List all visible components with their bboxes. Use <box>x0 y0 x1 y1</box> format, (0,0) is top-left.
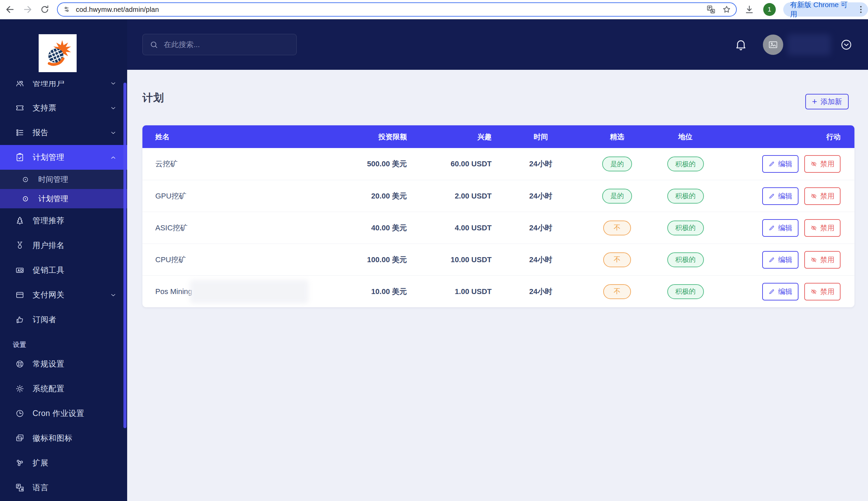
sidebar-item[interactable]: 语言 <box>0 475 127 500</box>
disable-button[interactable]: 禁用 <box>804 219 840 237</box>
sidebar-item[interactable]: 支付网关 <box>0 283 127 307</box>
pencil-icon <box>768 225 775 231</box>
sidebar-item[interactable]: 徽标和图标 <box>0 426 127 450</box>
edit-button[interactable]: 编辑 <box>762 251 798 269</box>
table-header-row: 姓名投资限额兴趣时间精选地位行动 <box>143 125 855 148</box>
sidebar-item[interactable]: 系统配置 <box>0 376 127 401</box>
app-header <box>127 19 868 70</box>
search-icon <box>149 40 158 49</box>
status-badge: 积极的 <box>667 284 704 299</box>
featured-badge: 是的 <box>602 189 632 204</box>
edit-button[interactable]: 编辑 <box>762 283 798 300</box>
time-cell: 24小时 <box>492 255 590 265</box>
featured-badge: 不 <box>603 252 631 267</box>
plans-table-card: 姓名投资限额兴趣时间精选地位行动 云挖矿500.00 美元60.00 USDT2… <box>143 125 855 307</box>
chevron-down-icon <box>109 291 117 299</box>
sidebar-scrollbar[interactable] <box>123 83 126 428</box>
users-icon <box>15 81 24 88</box>
investment-limit-cell: 100.00 美元 <box>359 255 407 265</box>
status-badge: 积极的 <box>667 252 704 267</box>
chevron-down-icon <box>109 104 117 112</box>
lifebuoy-icon <box>15 360 24 369</box>
notifications-bell-icon[interactable] <box>734 38 747 51</box>
sidebar-item-label: 支付网关 <box>33 290 109 300</box>
sidebar-item[interactable]: Cron 作业设置 <box>0 401 127 426</box>
pencil-icon <box>768 161 775 167</box>
sidebar-item-label: 管理用户 <box>33 81 109 88</box>
brand-logo[interactable] <box>39 34 77 72</box>
row-actions: 编辑禁用 <box>726 219 855 237</box>
page-title: 计划 <box>143 91 164 105</box>
sidebar-subitem[interactable]: 时间管理 <box>0 170 127 189</box>
investment-limit-cell: 20.00 美元 <box>359 191 407 201</box>
account-chevron-icon[interactable] <box>840 39 853 51</box>
ad-icon <box>15 266 24 275</box>
plus-icon: + <box>812 97 817 106</box>
sidebar-item[interactable]: 管理推荐 <box>0 208 127 233</box>
sidebar-item[interactable]: 计划管理 <box>0 145 127 170</box>
table-row: 云挖矿500.00 美元60.00 USDT24小时是的积极的编辑禁用 <box>143 148 855 180</box>
sidebar-item-label: 常规设置 <box>33 359 117 369</box>
sidebar-item-label: 管理推荐 <box>33 215 117 226</box>
dot-icon <box>21 175 30 184</box>
address-bar[interactable]: cod.hwymw.net/admin/plan <box>57 2 737 17</box>
edit-button[interactable]: 编辑 <box>762 187 798 205</box>
update-pill-label: 有新版 Chrome 可用 <box>790 0 853 19</box>
chrome-update-pill[interactable]: 有新版 Chrome 可用 <box>783 2 868 17</box>
kebab-menu-icon[interactable] <box>856 4 866 15</box>
disable-button[interactable]: 禁用 <box>804 187 840 205</box>
chevron-down-icon <box>109 129 117 137</box>
plan-name-cell: ASIC挖矿 <box>143 223 359 233</box>
browser-toolbar: cod.hwymw.net/admin/plan 1 有新版 Chrome 可用 <box>0 0 868 19</box>
clock-icon <box>15 409 24 418</box>
column-header: 姓名 <box>143 132 359 141</box>
table-row: GPU挖矿20.00 美元2.00 USDT24小时是的积极的编辑禁用 <box>143 180 855 212</box>
sidebar-subitem[interactable]: 计划管理 <box>0 189 127 208</box>
featured-badge: 是的 <box>602 157 632 171</box>
back-icon[interactable] <box>3 2 17 17</box>
row-actions: 编辑禁用 <box>726 283 855 300</box>
username-redacted <box>787 34 831 55</box>
sidebar-item[interactable]: 管理用户 <box>0 81 127 96</box>
chevron-up-icon <box>109 154 117 161</box>
bookmark-star-icon[interactable] <box>722 5 731 14</box>
user-avatar[interactable] <box>763 34 783 55</box>
url-text[interactable]: cod.hwymw.net/admin/plan <box>76 6 700 13</box>
row-actions: 编辑禁用 <box>726 187 855 205</box>
sidebar-section-label: 设置 <box>0 338 127 352</box>
search-box[interactable] <box>143 34 297 55</box>
eye-off-icon <box>811 288 817 295</box>
plan-name-cell: CPU挖矿 <box>143 255 359 265</box>
add-new-button[interactable]: + 添加新 <box>805 94 849 109</box>
disable-button[interactable]: 禁用 <box>804 251 840 269</box>
edit-button[interactable]: 编辑 <box>762 219 798 237</box>
eye-off-icon <box>811 161 817 167</box>
sidebar-item[interactable]: 促销工具 <box>0 258 127 283</box>
refresh-icon[interactable] <box>38 2 52 17</box>
sidebar-item-label: 计划管理 <box>33 152 109 163</box>
disable-button[interactable]: 禁用 <box>804 283 840 300</box>
table-row: CPU挖矿100.00 美元10.00 USDT24小时不积极的编辑禁用 <box>143 244 855 275</box>
chrome-right-cluster: 1 有新版 Chrome 可用 <box>744 2 868 17</box>
sidebar-item[interactable]: 支持票 <box>0 96 127 120</box>
site-settings-icon[interactable] <box>63 6 71 13</box>
investment-limit-cell: 10.00 美元 <box>359 287 407 297</box>
translate-icon[interactable] <box>706 5 716 14</box>
disable-button[interactable]: 禁用 <box>804 155 840 173</box>
column-header: 精选 <box>590 132 644 141</box>
dot-icon <box>21 195 30 203</box>
sidebar-item[interactable]: 用户排名 <box>0 233 127 258</box>
main-column: 计划 + 添加新 姓名投资限额兴趣时间精选地位行动 云挖矿500.00 美元60… <box>127 19 868 501</box>
profile-avatar[interactable]: 1 <box>763 3 776 16</box>
column-header: 行动 <box>726 132 855 141</box>
forward-icon[interactable] <box>20 2 34 17</box>
nodes-icon <box>15 458 24 468</box>
search-input[interactable] <box>164 40 286 49</box>
sidebar-item[interactable]: 常规设置 <box>0 352 127 376</box>
sidebar-item[interactable]: 扩展 <box>0 450 127 475</box>
page-content: 计划 + 添加新 姓名投资限额兴趣时间精选地位行动 云挖矿500.00 美元60… <box>127 70 868 501</box>
sidebar-item[interactable]: 报告 <box>0 120 127 145</box>
sidebar-item[interactable]: 订阅者 <box>0 307 127 332</box>
download-icon[interactable] <box>744 4 754 14</box>
edit-button[interactable]: 编辑 <box>762 155 798 173</box>
